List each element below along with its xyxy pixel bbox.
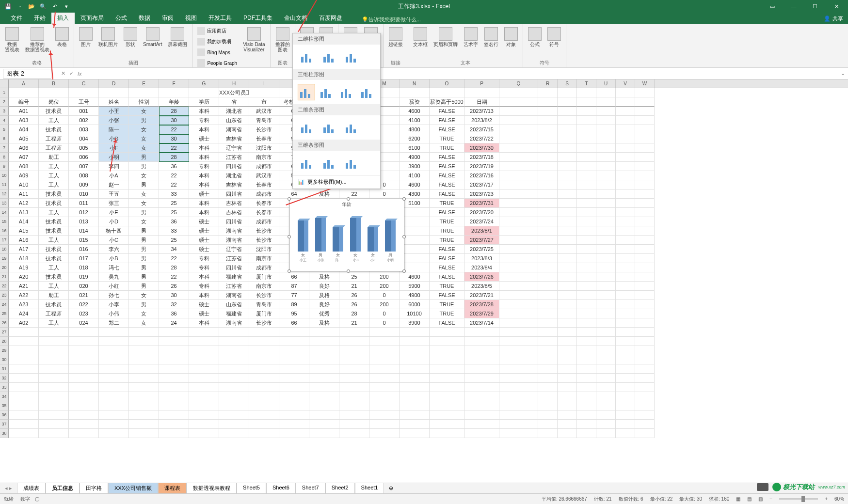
cell[interactable]: 薪资高于5000: [430, 97, 464, 107]
cell[interactable]: A14: [9, 217, 39, 226]
cell[interactable]: 2023/7/20: [464, 208, 499, 217]
cell[interactable]: [129, 429, 159, 438]
cell[interactable]: 87: [279, 282, 309, 291]
cell[interactable]: [558, 254, 577, 263]
resize-handle[interactable]: [288, 269, 291, 273]
cell[interactable]: [499, 180, 538, 189]
cell[interactable]: 工人: [39, 162, 69, 171]
cell[interactable]: [279, 337, 309, 346]
row-header[interactable]: 23: [0, 291, 9, 300]
cell[interactable]: 四川省: [219, 162, 249, 171]
row-header[interactable]: 6: [0, 134, 9, 143]
cell[interactable]: [309, 328, 339, 337]
cell[interactable]: A12: [9, 199, 39, 208]
cell[interactable]: [635, 383, 655, 392]
cell[interactable]: FALSE: [430, 208, 464, 217]
cell[interactable]: [616, 392, 635, 401]
resize-handle[interactable]: [347, 269, 350, 273]
cell[interactable]: [538, 107, 558, 116]
row-header[interactable]: 11: [0, 180, 9, 189]
cell[interactable]: [249, 383, 279, 392]
cell[interactable]: 男: [129, 226, 159, 236]
cell[interactable]: 姓名: [99, 97, 129, 107]
cell[interactable]: [400, 401, 430, 410]
cell[interactable]: [249, 420, 279, 429]
cell[interactable]: [577, 429, 596, 438]
cell[interactable]: [9, 88, 39, 97]
cell[interactable]: [616, 125, 635, 134]
cell[interactable]: [129, 337, 159, 346]
cell[interactable]: 0: [369, 309, 400, 318]
cell[interactable]: [577, 392, 596, 401]
cell[interactable]: [558, 217, 577, 226]
cell[interactable]: [219, 401, 249, 410]
cell[interactable]: [635, 208, 655, 217]
cell[interactable]: [39, 337, 69, 346]
cell[interactable]: TRUE: [430, 309, 464, 318]
cell[interactable]: 3900: [400, 162, 430, 171]
cell[interactable]: [219, 346, 249, 355]
confirm-icon[interactable]: ✓: [69, 70, 74, 77]
cell[interactable]: [400, 420, 430, 429]
row-header[interactable]: 38: [0, 429, 9, 438]
cell[interactable]: [577, 272, 596, 282]
column-header[interactable]: D: [99, 79, 129, 88]
cell[interactable]: A21: [9, 282, 39, 291]
cell[interactable]: [309, 420, 339, 429]
cell[interactable]: 200: [369, 282, 400, 291]
cell[interactable]: 女: [129, 318, 159, 328]
cell[interactable]: [635, 318, 655, 328]
cell[interactable]: [577, 116, 596, 125]
cell[interactable]: [189, 401, 219, 410]
cell[interactable]: 本科: [189, 153, 219, 162]
cell[interactable]: A05: [9, 134, 39, 143]
cell[interactable]: [159, 374, 189, 383]
cell[interactable]: 江苏省: [219, 254, 249, 263]
cell[interactable]: [129, 383, 159, 392]
cell[interactable]: 硕士: [189, 134, 219, 143]
cell[interactable]: [69, 364, 99, 374]
cell[interactable]: [309, 337, 339, 346]
row-header[interactable]: 32: [0, 374, 9, 383]
cell[interactable]: [635, 88, 655, 97]
cell[interactable]: [616, 162, 635, 171]
cell[interactable]: [616, 171, 635, 180]
cell[interactable]: 南京市: [249, 282, 279, 291]
cell[interactable]: [159, 429, 189, 438]
chart-option-3-0[interactable]: [298, 155, 317, 171]
cell[interactable]: 吴九: [99, 272, 129, 282]
cell[interactable]: [616, 263, 635, 272]
cell[interactable]: 本科: [189, 143, 219, 153]
cell[interactable]: [577, 318, 596, 328]
column-header[interactable]: U: [596, 79, 616, 88]
cell[interactable]: [430, 374, 464, 383]
cell[interactable]: 良好: [309, 300, 339, 309]
cell[interactable]: 小D: [99, 217, 129, 226]
cell[interactable]: 工人: [39, 282, 69, 291]
cell[interactable]: [249, 337, 279, 346]
cell[interactable]: 28: [159, 153, 189, 162]
cell[interactable]: 冯七: [99, 263, 129, 272]
cell[interactable]: 2023/8/2: [464, 116, 499, 125]
cell[interactable]: [577, 97, 596, 107]
cell[interactable]: [635, 374, 655, 383]
cell[interactable]: [616, 401, 635, 410]
cell[interactable]: 009: [69, 180, 99, 189]
cell[interactable]: 022: [69, 300, 99, 309]
cell[interactable]: 杨十四: [99, 226, 129, 236]
cell[interactable]: [558, 355, 577, 364]
worksheet[interactable]: ABCDEFGHIJKLMNOPQRSTUVW 1XXX公司员工信息2编号岗位工…: [0, 79, 848, 438]
tab-page-layout[interactable]: 页面布局: [75, 12, 110, 24]
cell[interactable]: 2023/7/18: [464, 153, 499, 162]
cell[interactable]: 辽宁省: [219, 143, 249, 153]
cell[interactable]: A10: [9, 180, 39, 189]
cell[interactable]: 020: [69, 282, 99, 291]
cell[interactable]: [616, 355, 635, 364]
cell[interactable]: [9, 401, 39, 410]
cell[interactable]: [499, 97, 538, 107]
cell[interactable]: [499, 420, 538, 429]
cell[interactable]: 男: [129, 254, 159, 263]
tab-data[interactable]: 数据: [133, 12, 156, 24]
redo-icon[interactable]: ▾: [62, 2, 71, 11]
cell[interactable]: [279, 328, 309, 337]
